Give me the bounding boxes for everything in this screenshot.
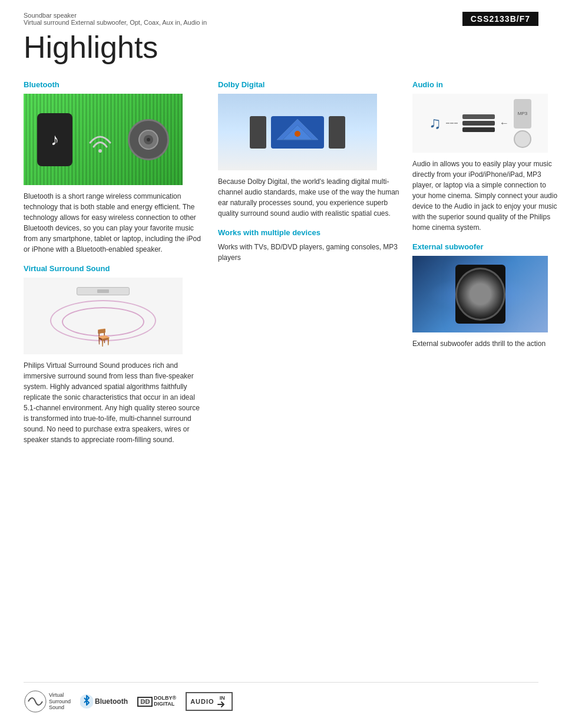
audioin-visual: ♫ ← MP3: [423, 93, 537, 154]
column-left: Bluetooth ♪: [24, 80, 206, 454]
person-icon: 🪑: [93, 328, 114, 347]
audioin-arrow-group: IN: [217, 695, 228, 708]
product-type: Soundbar speaker: [24, 12, 207, 19]
page-footer: Virtual Surround Sound Bluetooth 𝔻𝔻 DOLB…: [24, 682, 538, 713]
soundbar-group: [462, 114, 495, 132]
works-multiple-text: Works with TVs, BD/DVD players, gaming c…: [218, 242, 401, 263]
music-note-icon: ♪: [51, 130, 59, 149]
dolby-speaker-right: [329, 116, 345, 149]
svg-point-6: [295, 131, 300, 137]
speaker-container: [128, 119, 169, 160]
dolby-text: Because Dolby Digital, the world's leadi…: [218, 176, 401, 219]
page-title: Highlights: [24, 32, 538, 62]
dolby-speaker-left: [250, 116, 266, 149]
phone-icon: ♪: [37, 113, 72, 166]
dolby-badge: 𝔻𝔻 DOLBY® DIGITAL: [137, 696, 176, 707]
column-right: Audio in ♫ ←: [412, 80, 560, 454]
dolby-line2: DIGITAL: [154, 701, 176, 707]
music-note-audioin: ♫: [429, 114, 441, 133]
vsurround-image: 🪑: [24, 278, 183, 354]
bt-content: ♪: [24, 106, 183, 173]
wifi-icon: [85, 125, 115, 154]
speaker-icon: [137, 128, 160, 151]
audioin-badge: AUDIO IN: [186, 692, 232, 711]
bluetooth-badge: Bluetooth: [80, 693, 128, 710]
device-group: MP3: [514, 99, 531, 148]
soundbar-bar: [77, 287, 130, 295]
model-badge: CSS2133B/F7: [462, 12, 538, 26]
subwoofer-box: [455, 265, 505, 324]
dolby-image: [218, 94, 377, 170]
dotted-line: [446, 123, 458, 124]
dolby-waves-svg: [271, 116, 324, 149]
bluetooth-image: ♪: [24, 94, 183, 185]
subwoofer-title: External subwoofer: [412, 242, 560, 251]
vss-line2: Surround: [49, 699, 71, 705]
vsurround-scene: 🪑: [44, 282, 162, 350]
vss-badge: Virtual Surround Sound: [24, 690, 71, 713]
bluetooth-logo: [80, 693, 93, 710]
dolby-title: Dolby Digital: [218, 80, 401, 89]
dolby-scene: [227, 97, 368, 167]
subwoofer-image: [412, 256, 548, 332]
audioin-image: ♫ ← MP3: [412, 94, 548, 153]
column-middle: Dolby Digital: [218, 80, 401, 454]
soundbar-mid: [462, 121, 495, 126]
mp3-device: MP3: [514, 99, 531, 129]
content-grid: Bluetooth ♪: [24, 80, 538, 454]
audioin-logo: AUDIO IN: [186, 692, 232, 711]
audioin-title: Audio in: [412, 80, 560, 89]
arrow-left-icon: ←: [500, 118, 509, 129]
page: Soundbar speaker Virtual surround Extern…: [0, 0, 562, 728]
in-label: IN: [220, 695, 225, 701]
ipod-device: [514, 130, 531, 148]
subwoofer-scene: [455, 265, 505, 324]
bt-waves: [85, 125, 115, 154]
product-desc: Virtual surround External subwoofer, Opt…: [24, 19, 207, 26]
vsurround-title: Virtual Surround Sound: [24, 264, 206, 273]
vss-line1: Virtual: [49, 692, 71, 699]
soundbar-bot: [462, 127, 495, 132]
vss-label: Virtual Surround Sound: [49, 692, 71, 711]
page-header: Soundbar speaker Virtual surround Extern…: [24, 12, 538, 26]
dolby-dd-box: 𝔻𝔻: [137, 697, 153, 707]
audioin-arrow-icon: [217, 701, 226, 708]
dolby-text: DOLBY® DIGITAL: [154, 696, 176, 707]
vss-logo: [24, 690, 47, 713]
subwoofer-driver: [455, 268, 505, 321]
dolby-logo: 𝔻𝔻 DOLBY® DIGITAL: [137, 696, 176, 707]
subwoofer-text: External subwoofer adds thrill to the ac…: [412, 338, 560, 349]
soundbar-detail: [97, 289, 109, 293]
audioin-text: Audio in allows you to easily play your …: [412, 159, 560, 233]
svg-point-3: [147, 138, 150, 141]
works-multiple-title: Works with multiple devices: [218, 228, 401, 237]
soundbar-top: [462, 114, 495, 119]
vss-line3: Sound: [49, 704, 71, 711]
dolby-screen: [271, 116, 324, 149]
audioin-label: AUDIO: [190, 698, 214, 705]
vsurround-text: Philips Virtual Surround Sound produces …: [24, 360, 206, 445]
bluetooth-text: Bluetooth is a short range wireless comm…: [24, 191, 206, 255]
bluetooth-label: Bluetooth: [95, 697, 128, 706]
speaker-image: [128, 119, 169, 160]
device-label: MP3: [518, 111, 527, 116]
bluetooth-title: Bluetooth: [24, 80, 206, 89]
product-info: Soundbar speaker Virtual surround Extern…: [24, 12, 207, 26]
svg-point-0: [98, 149, 102, 153]
